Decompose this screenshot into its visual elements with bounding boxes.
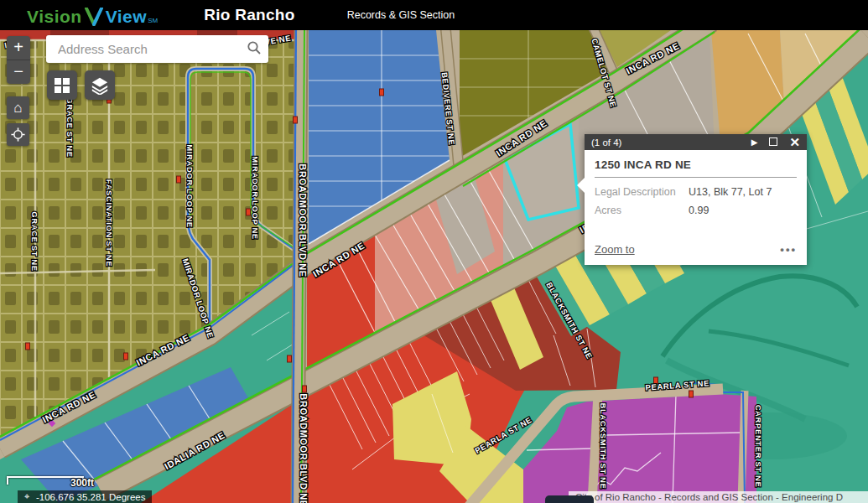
vision-view-app: IFFVE NEGRACE ST NEGRACE ST NEFASCINATIO… — [0, 0, 868, 503]
popup-menu-dots[interactable]: ••• — [780, 243, 797, 256]
home-icon: ⌂ — [13, 100, 22, 117]
locate-crosshair-icon — [11, 127, 25, 142]
hydrant-marker[interactable] — [177, 176, 181, 183]
hydrant-marker[interactable] — [380, 89, 384, 96]
home-button[interactable]: ⌂ — [7, 96, 29, 119]
street-label: MIRADOR LOOP NE — [185, 144, 195, 228]
locate-button[interactable] — [7, 123, 29, 146]
popup-pagination: (1 of 4) — [591, 137, 621, 148]
attribute-row: Legal Description U13, Blk 77, Lot 7 — [595, 186, 797, 198]
coordinate-crosshair-icon: ⌖ — [18, 491, 36, 502]
brand-v-icon — [84, 8, 104, 26]
hydrant-marker[interactable] — [26, 343, 30, 350]
popup-footer: Zoom to ••• — [585, 230, 807, 265]
attribute-label: Legal Description — [595, 186, 682, 198]
map-svg[interactable]: IFFVE NEGRACE ST NEGRACE ST NEFASCINATIO… — [0, 30, 868, 503]
street-label: MIRADOR LOOP NE — [251, 156, 260, 240]
section-subtitle: Records & GIS Section — [347, 9, 455, 21]
popup-header: (1 of 4) ▶ ✕ — [585, 134, 807, 150]
hydrant-marker[interactable] — [124, 353, 128, 360]
scale-bar-label: 300ft — [70, 477, 94, 489]
zoom-control: + − — [7, 36, 30, 84]
page-title: Rio Rancho — [204, 6, 295, 24]
attribution-tab[interactable] — [545, 495, 594, 503]
hydrant-marker[interactable] — [294, 117, 298, 123]
street-label: CARPENTER ST NE — [754, 405, 763, 488]
search-input[interactable] — [46, 42, 240, 56]
layers-button[interactable] — [85, 70, 115, 100]
brand-logo[interactable]: Vision View SM — [27, 4, 158, 27]
address-search — [46, 35, 268, 63]
app-header: Vision View SM Rio Rancho Records & GIS … — [0, 0, 868, 30]
attribute-row: Acres 0.99 — [595, 205, 797, 216]
coordinate-readout: -106.676 35.281 Degrees — [36, 492, 145, 502]
hydrant-marker[interactable] — [288, 355, 292, 362]
zoom-out-button[interactable]: − — [7, 60, 30, 84]
street-label: GRACE ST NE — [30, 211, 39, 272]
basemap-gallery-button[interactable] — [47, 70, 77, 100]
popup-pointer — [577, 178, 585, 193]
coordinate-widget[interactable]: ⌖ -106.676 35.281 Degrees — [18, 490, 152, 503]
search-icon[interactable] — [240, 40, 268, 59]
feature-popup: (1 of 4) ▶ ✕ 1250 INCA RD NE Legal Descr… — [585, 134, 807, 265]
zoom-in-button[interactable]: + — [7, 36, 30, 60]
brand-vision-text: Vision — [27, 7, 82, 27]
attribute-label: Acres — [595, 205, 682, 216]
street-label: BROADMOOR BLVD NE — [298, 163, 308, 277]
attribute-value: 0.99 — [689, 205, 797, 216]
attribute-value: U13, Blk 77, Lot 7 — [689, 186, 797, 198]
hydrant-marker[interactable] — [303, 386, 307, 392]
street-label: BROADMOOR BLVD NE — [299, 393, 309, 503]
popup-next-icon[interactable]: ▶ — [751, 138, 758, 147]
popup-maximize-icon[interactable] — [769, 137, 777, 148]
street-label: GRACE ST NE — [65, 97, 75, 158]
popup-divider — [595, 177, 797, 178]
hydrant-marker[interactable] — [247, 209, 251, 215]
popup-body: 1250 INCA RD NE Legal Description U13, B… — [585, 150, 807, 230]
basemap-grid-icon — [54, 77, 70, 94]
map-canvas[interactable]: IFFVE NEGRACE ST NEGRACE ST NEFASCINATIO… — [0, 30, 868, 503]
brand-view-text: View — [106, 7, 147, 27]
layers-icon — [91, 76, 109, 95]
brand-sm-mark: SM — [148, 17, 158, 24]
zoom-to-link[interactable]: Zoom to — [595, 243, 635, 256]
popup-title: 1250 INCA RD NE — [595, 158, 797, 171]
map-attribution: City of Rio Rancho - Records and GIS Sec… — [569, 491, 868, 503]
street-label: FASCINATION ST NE — [105, 179, 114, 267]
popup-close-icon[interactable]: ✕ — [789, 137, 800, 148]
hydrant-marker[interactable] — [689, 391, 694, 397]
street-label: BLACKSMITH ST NE — [599, 402, 608, 489]
